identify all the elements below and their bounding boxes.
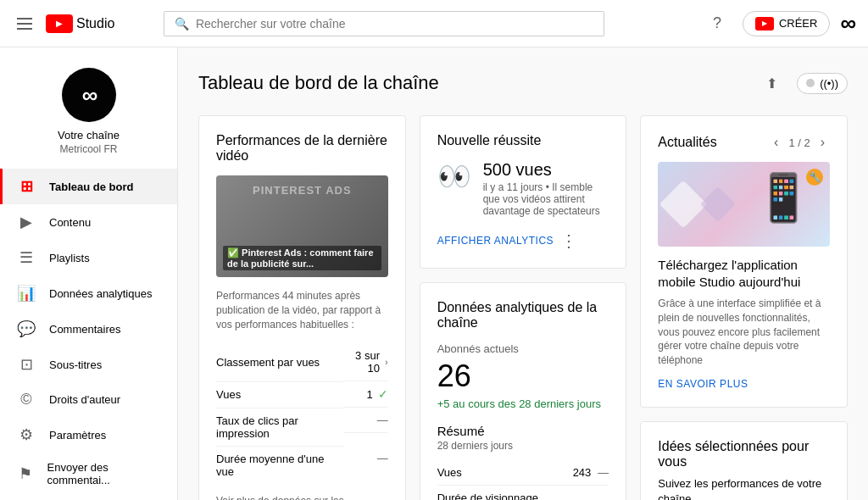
content-icon: ▶ — [17, 213, 36, 231]
sidebar-item-sous-titres[interactable]: ⊡ Sous-titres — [0, 347, 177, 382]
news-image-diamonds — [666, 187, 731, 221]
sidebar-item-tableau-de-bord[interactable]: ⊞ Tableau de bord — [0, 169, 177, 204]
sidebar-item-playlists[interactable]: ☰ Playlists — [0, 240, 177, 275]
ideas-title: Idées sélectionnées pour vous — [658, 439, 830, 469]
news-title-heading: Actualités — [658, 135, 716, 150]
achievement-header: 👀 500 vues il y a 11 jours • Il semble q… — [437, 160, 609, 219]
playlists-icon: ☰ — [17, 248, 36, 267]
search-icon: 🔍 — [175, 17, 189, 31]
studio-label: Studio — [76, 16, 114, 31]
learn-more-link[interactable]: EN SAVOIR PLUS — [658, 378, 748, 390]
sidebar: ∞ Votre chaîne Metricool FR ⊞ Tableau de… — [0, 47, 178, 500]
analytics-icon: 📊 — [17, 284, 36, 303]
sidebar-item-droits-auteur[interactable]: © Droits d'auteur — [0, 382, 177, 417]
ideas-description: Suivez les performances de votre chaîne … — [658, 476, 830, 500]
video-thumb-bg: PINTEREST ADS ✅ Pinterest Ads : comment … — [216, 175, 388, 277]
account-icon[interactable]: ∞ — [840, 10, 854, 36]
comments-icon: 💬 — [17, 319, 36, 338]
more-options-icon[interactable]: ⋮ — [560, 231, 577, 251]
channel-subtitle: Metricool FR — [59, 143, 117, 155]
nav-left: Studio — [14, 14, 114, 33]
stat-label-duree: Durée moyenne d'une vue — [216, 446, 343, 484]
stat-value-vues: 1✓ — [366, 387, 387, 401]
wrench-icon: 🔧 — [806, 169, 823, 186]
search-bar[interactable]: 🔍 — [164, 11, 604, 36]
video-title-overlay: ✅ Pinterest Ads : comment faire de la pu… — [223, 246, 381, 270]
table-row: Classement par vues 3 sur 10› — [216, 343, 388, 381]
sidebar-item-parametres[interactable]: ⚙ Paramètres — [0, 417, 177, 453]
analytics-link[interactable]: AFFICHER ANALYTICS — [437, 235, 554, 247]
subtitles-icon: ⊡ — [17, 355, 36, 374]
copyright-icon: © — [17, 391, 36, 408]
video-watermark: PINTEREST ADS — [216, 184, 388, 197]
sidebar-item-envoyer-commentaires[interactable]: ⚑ Envoyer des commentai... — [0, 453, 177, 495]
stat-value-classement: 3 sur 10› — [343, 349, 388, 375]
video-perf-title: Performances de la dernière vidéo — [216, 133, 388, 164]
sidebar-label-playlists: Playlists — [49, 252, 90, 264]
stat-label-ctr: Taux de clics par impression — [216, 408, 343, 446]
live-label: ((•)) — [820, 77, 838, 90]
create-button[interactable]: CRÉER — [743, 11, 831, 36]
subscribers-count: 26 — [437, 358, 609, 394]
main-content: Tableau de bord de la chaîne ⬆ ((•)) Per… — [178, 47, 868, 500]
analytics-card: Données analytiques de la chaîne Abonnés… — [420, 282, 627, 500]
stats-table: Classement par vues 3 sur 10› Vues 1✓ Ta… — [216, 343, 388, 484]
top-nav: Studio 🔍 ? CRÉER ∞ — [0, 0, 868, 47]
sidebar-label-droits-auteur: Droits d'auteur — [49, 393, 120, 406]
header-actions: ⬆ ((•)) — [756, 68, 848, 98]
table-row: Durée moyenne d'une vue — — [216, 446, 388, 484]
right-column: Actualités ‹ 1 / 2 › 📱 🔧 Téléchargez — [640, 115, 848, 500]
dashboard-icon: ⊞ — [17, 177, 36, 196]
analytics-row-vues: Vues 243 — — [437, 460, 609, 486]
table-row: Vues 1✓ — [216, 381, 388, 408]
achievement-time-text: il y a 11 jours • — [483, 181, 549, 193]
sidebar-nav: ⊞ Tableau de bord ▶ Contenu ☰ Playlists … — [0, 169, 177, 500]
sidebar-label-commentaires: Commentaires — [49, 323, 121, 336]
channel-info: ∞ Votre chaîne Metricool FR — [0, 47, 177, 169]
sidebar-label-tableau-de-bord: Tableau de bord — [49, 181, 133, 193]
news-pagination: ‹ 1 / 2 › — [769, 133, 830, 152]
video-performance-card: Performances de la dernière vidéo PINTER… — [198, 115, 406, 500]
news-article-desc: Grâce à une interface simplifiée et à pl… — [658, 297, 830, 368]
next-news-button[interactable]: › — [815, 133, 830, 152]
perf-description: Performances 44 minutes après publicatio… — [216, 289, 388, 331]
sidebar-item-commentaires[interactable]: 💬 Commentaires — [0, 311, 177, 347]
youtube-logo: Studio — [46, 14, 114, 33]
news-image: 📱 🔧 — [658, 162, 830, 247]
live-dot — [806, 79, 815, 87]
help-button[interactable]: ? — [702, 8, 732, 39]
sidebar-item-donnees-analytiques[interactable]: 📊 Données analytiques — [0, 275, 177, 311]
upload-button[interactable]: ⬆ — [756, 68, 787, 98]
analytics-label-vues: Vues — [437, 466, 462, 479]
news-image-icon: 📱 — [754, 170, 813, 225]
achievement-info: 500 vues il y a 11 jours • Il semble que… — [483, 160, 609, 219]
channel-avatar: ∞ — [62, 68, 116, 122]
youtube-icon — [46, 14, 73, 33]
news-header: Actualités ‹ 1 / 2 › — [658, 133, 830, 152]
page-title: Tableau de bord de la chaîne — [198, 72, 439, 94]
live-button[interactable]: ((•)) — [797, 73, 848, 94]
dashboard-grid: Performances de la dernière vidéo PINTER… — [198, 115, 848, 500]
sidebar-label-envoyer-commentaires: Envoyer des commentai... — [47, 461, 160, 486]
chevron-right-icon: › — [385, 357, 388, 367]
search-input[interactable] — [196, 17, 593, 31]
sidebar-item-contenu[interactable]: ▶ Contenu — [0, 204, 177, 240]
summary-label: Résumé — [437, 424, 609, 438]
hamburger-menu[interactable] — [14, 14, 36, 33]
feedback-icon: ⚑ — [17, 464, 34, 483]
sidebar-label-donnees-analytiques: Données analytiques — [49, 287, 152, 300]
achievement-title: Nouvelle réussite — [437, 133, 609, 148]
sidebar-label-parametres: Paramètres — [49, 429, 106, 442]
video-label: ✅ Pinterest Ads : comment faire de la pu… — [227, 247, 377, 269]
dash-icon-vues: — — [598, 466, 609, 479]
analytics-row-duree: Durée de visionnage (heures) 5,7 — — [437, 486, 609, 500]
stat-dash-ctr: — — [377, 414, 388, 426]
table-row: Taux de clics par impression — — [216, 408, 388, 446]
achievement-actions: AFFICHER ANALYTICS ⋮ — [437, 231, 609, 251]
sidebar-label-sous-titres: Sous-titres — [49, 358, 102, 371]
settings-icon: ⚙ — [17, 425, 36, 444]
ideas-card: Idées sélectionnées pour vous Suivez les… — [640, 421, 848, 500]
more-info-text: Voir plus de données sur les performance… — [216, 494, 388, 500]
prev-news-button[interactable]: ‹ — [769, 133, 783, 152]
video-thumbnail[interactable]: PINTEREST ADS ✅ Pinterest Ads : comment … — [216, 175, 388, 277]
